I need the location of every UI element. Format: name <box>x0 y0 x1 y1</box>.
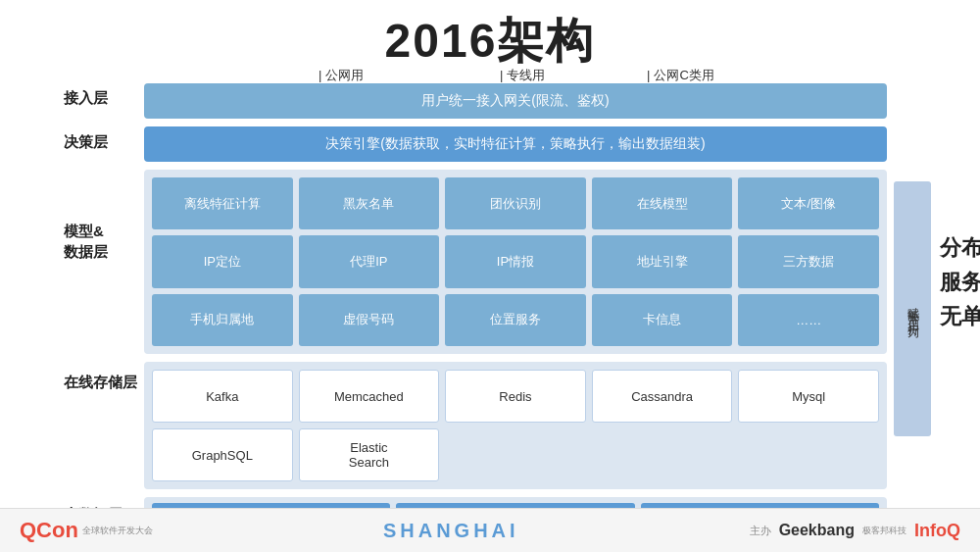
net-label-0: 公网用 <box>318 67 364 84</box>
footer-left: QCon 全球软件开发大会 <box>20 518 153 543</box>
moxing-cell-11: 虚假号码 <box>299 294 440 346</box>
footer: QCon 全球软件开发大会 SHANGHAI 主办 Geekbang 极客邦科技… <box>0 508 980 552</box>
moxing-cell-4: 文本/图像 <box>738 177 879 229</box>
zaixian-redis: Redis <box>445 370 586 423</box>
moxing-row: 离线特征计算 黑灰名单 团伙识别 在线模型 文本/图像 IP定位 代理IP IP… <box>144 170 887 354</box>
zaixian-grid: Kafka Memcached Redis Cassandra Mysql Gr… <box>152 370 879 481</box>
net-label-2: 公网C类用 <box>647 67 714 84</box>
diagram-area: 接入层 决策层 模型&数据层 在线存储层 大数据层 用户统一接入网关(限流、鉴权… <box>64 83 926 505</box>
moxing-cell-8: 地址引擎 <box>592 235 733 287</box>
zaixian-empty-2 <box>592 428 733 481</box>
moxing-cell-5: IP定位 <box>152 235 293 287</box>
footer-right: 主办 Geekbang 极客邦科技 InfoQ <box>750 521 960 541</box>
zaixian-empty-1 <box>445 428 586 481</box>
layer-zaixian: 在线存储层 <box>64 373 137 392</box>
moxing-cell-14: …… <box>738 294 879 346</box>
moxing-cell-12: 位置服务 <box>445 294 586 346</box>
layer-juece: 决策层 <box>64 132 108 152</box>
zaixian-elastic: Elastic Search <box>299 428 440 481</box>
layer-jieru: 接入层 <box>64 88 108 108</box>
zaixian-graphsql: GraphSQL <box>152 428 293 481</box>
zaixian-mysql: Mysql <box>738 370 879 423</box>
net-label-1: 专线用 <box>500 67 545 84</box>
jieru-row: 用户统一接入网关(限流、鉴权) <box>144 83 887 119</box>
juece-text: 决策引擎(数据获取，实时特征计算，策略执行，输出数据组装) <box>325 135 705 153</box>
moxing-cell-3: 在线模型 <box>592 177 733 229</box>
far-right-text: 分布式服务化无单点 <box>940 230 980 334</box>
moxing-cell-2: 团伙识别 <box>445 177 586 229</box>
moxing-cell-9: 三方数据 <box>738 235 879 287</box>
moxing-cell-10: 手机归属地 <box>152 294 293 346</box>
zaixian-kafka: Kafka <box>152 370 293 423</box>
right-vertical-label: 赋能卡片 用户行为 <box>894 181 931 436</box>
moxing-grid: 离线特征计算 黑灰名单 团伙识别 在线模型 文本/图像 IP定位 代理IP IP… <box>152 177 879 346</box>
moxing-cell-13: 卡信息 <box>592 294 733 346</box>
juece-row: 决策引擎(数据获取，实时特征计算，策略执行，输出数据组装) <box>144 126 887 162</box>
infoq-logo: InfoQ <box>914 521 960 541</box>
geekbang-logo: Geekbang <box>779 522 855 539</box>
qcon-logo: QCon <box>20 518 78 543</box>
moxing-cell-6: 代理IP <box>299 235 440 287</box>
layer-labels: 接入层 决策层 模型&数据层 在线存储层 大数据层 <box>64 83 142 505</box>
footer-center: SHANGHAI <box>383 520 519 542</box>
main-title: 2016架构 <box>0 0 980 73</box>
geekbang-sub: 极客邦科技 <box>862 525 906 537</box>
moxing-cell-7: IP情报 <box>445 235 586 287</box>
qcon-subtitle: 全球软件开发大会 <box>82 526 153 536</box>
zaixian-memcached: Memcached <box>299 370 440 423</box>
zaixian-empty-3 <box>738 428 879 481</box>
jieru-text: 用户统一接入网关(限流、鉴权) <box>421 92 609 110</box>
content-area: 用户统一接入网关(限流、鉴权) 决策引擎(数据获取，实时特征计算，策略执行，输出… <box>144 83 887 505</box>
sponsor-label: 主办 <box>750 524 771 538</box>
moxing-cell-1: 黑灰名单 <box>299 177 440 229</box>
zaixian-cassandra: Cassandra <box>592 370 733 423</box>
layer-moxing: 模型&数据层 <box>64 221 108 262</box>
zaixian-row: Kafka Memcached Redis Cassandra Mysql Gr… <box>144 362 887 489</box>
moxing-cell-0: 离线特征计算 <box>152 177 293 229</box>
